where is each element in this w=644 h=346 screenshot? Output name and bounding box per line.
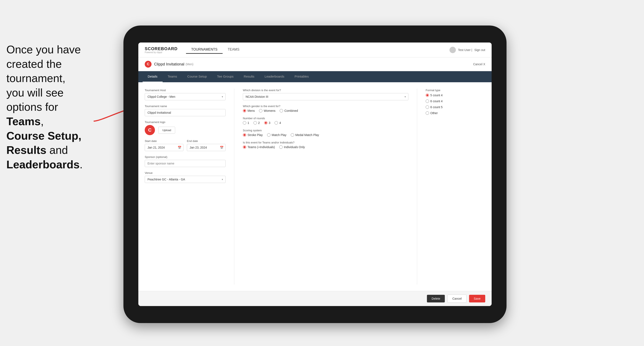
format-radio-group: 5 count 4 6 count 4 6 count 5 Other	[426, 94, 485, 115]
tournament-header: C Clippd Invitational (Men) Cancel X	[138, 57, 492, 71]
left-column: Tournament Host Clippd College - Men Tou…	[145, 89, 226, 285]
nav-link-tournaments[interactable]: TOURNAMENTS	[186, 46, 222, 54]
cancel-button[interactable]: Cancel	[447, 295, 466, 303]
delete-button[interactable]: Delete	[427, 295, 445, 302]
teams-group: Is this event for Teams and/or Individua…	[243, 141, 408, 149]
tournament-host-group: Tournament Host Clippd College - Men	[145, 89, 226, 100]
tournament-logo-group: Tournament logo C Upload	[145, 121, 226, 135]
teams-radio-group: Teams (+Individuals) Individuals Only	[243, 145, 408, 149]
tournament-host-select[interactable]: Clippd College - Men	[145, 93, 226, 100]
logo-title: SCOREBOARD	[145, 46, 178, 51]
col-divider	[234, 89, 234, 285]
tab-teams[interactable]: Teams	[162, 71, 182, 82]
tab-results[interactable]: Results	[238, 71, 260, 82]
scoring-stroke-play[interactable]: Stroke Play	[243, 133, 263, 137]
tab-course-setup[interactable]: Course Setup	[182, 71, 212, 82]
rounds-3[interactable]: 3	[264, 121, 270, 125]
tab-printables[interactable]: Printables	[290, 71, 314, 82]
gender-group: Which gender is the event for? Mens Wome…	[243, 105, 408, 112]
cancel-x-button[interactable]: Cancel X	[473, 62, 485, 66]
start-date-icon: 📅	[178, 146, 181, 149]
format-other[interactable]: Other	[426, 111, 485, 115]
gender-radio-group: Mens Womens Combined	[243, 109, 408, 112]
logo-upload-row: C Upload	[145, 125, 226, 135]
logo-subtitle: Powered by clippd	[145, 51, 178, 54]
user-avatar	[450, 47, 456, 53]
rounds-2[interactable]: 2	[254, 121, 260, 125]
tournament-name-label: Tournament name	[145, 105, 226, 108]
division-group: Which division is the event for? NCAA Di…	[243, 89, 408, 100]
scoring-medal-match-play[interactable]: Medal Match Play	[291, 133, 319, 137]
division-select[interactable]: NCAA Division III	[243, 93, 408, 100]
save-button[interactable]: Save	[469, 295, 485, 302]
format-6count4[interactable]: 6 count 4	[426, 99, 485, 103]
main-content: Tournament Host Clippd College - Men Tou…	[138, 82, 492, 291]
teams-label: Is this event for Teams and/or Individua…	[243, 141, 408, 144]
start-date-label: Start date	[145, 139, 184, 143]
sponsor-label: Sponsor (optional)	[145, 155, 226, 159]
tournament-name-input[interactable]	[145, 109, 226, 116]
user-label: Test User |	[458, 48, 472, 52]
format-5count4[interactable]: 5 count 4	[426, 94, 485, 97]
far-right-column: Format type 5 count 4 6 count 4 6 count …	[426, 89, 485, 285]
tab-bar: Details Teams Course Setup Tee Groups Re…	[138, 71, 492, 82]
format-6count5[interactable]: 6 count 5	[426, 105, 485, 109]
nav-right: Test User | Sign out	[450, 47, 485, 53]
tablet-screen: SCOREBOARD Powered by clippd TOURNAMENTS…	[138, 42, 492, 306]
middle-column: Which division is the event for? NCAA Di…	[243, 89, 408, 285]
instructional-text: Once you have created the tournament, yo…	[0, 42, 102, 172]
rounds-group: Number of rounds 1 2 3	[243, 117, 408, 125]
nav-links: TOURNAMENTS TEAMS	[186, 46, 244, 54]
date-group: Start date 📅 End date 📅	[145, 139, 226, 151]
col-divider-2	[417, 89, 417, 285]
individuals-only[interactable]: Individuals Only	[279, 145, 305, 149]
sponsor-input[interactable]	[145, 160, 226, 167]
top-nav: SCOREBOARD Powered by clippd TOURNAMENTS…	[138, 42, 492, 57]
tournament-icon: C	[145, 61, 152, 68]
scoring-match-play[interactable]: Match Play	[267, 133, 286, 137]
tab-details[interactable]: Details	[142, 71, 162, 82]
tournament-name-group: Tournament name	[145, 105, 226, 116]
format-type-label: Format type	[426, 89, 485, 92]
nav-link-teams[interactable]: TEAMS	[222, 46, 244, 54]
scoring-group: Scoring system Stroke Play Match Play	[243, 129, 408, 137]
venue-group: Venue Peachtree GC - Atlanta - GA	[145, 171, 226, 183]
upload-button[interactable]: Upload	[158, 127, 175, 134]
tab-tee-groups[interactable]: Tee Groups	[212, 71, 239, 82]
gender-label: Which gender is the event for?	[243, 105, 408, 108]
end-date-label: End date	[187, 139, 226, 143]
gender-womens[interactable]: Womens	[259, 109, 276, 112]
venue-label: Venue	[145, 171, 226, 174]
rounds-radio-group: 1 2 3 4	[243, 121, 408, 125]
action-bar: Delete Cancel Save	[138, 291, 492, 306]
logo-area: SCOREBOARD Powered by clippd	[145, 46, 178, 54]
teams-plus-individuals[interactable]: Teams (+Individuals)	[243, 145, 275, 149]
rounds-label: Number of rounds	[243, 117, 408, 120]
end-date-icon: 📅	[220, 146, 224, 149]
sponsor-group: Sponsor (optional)	[145, 155, 226, 167]
sign-out-link[interactable]: Sign out	[474, 48, 485, 52]
rounds-4[interactable]: 4	[274, 121, 281, 125]
logo-preview: C	[145, 125, 155, 135]
tab-leaderboards[interactable]: Leaderboards	[260, 71, 290, 82]
tournament-host-label: Tournament Host	[145, 89, 226, 92]
scoring-radio-group: Stroke Play Match Play Medal Match Play	[243, 133, 408, 137]
scoring-label: Scoring system	[243, 129, 408, 132]
tournament-logo-label: Tournament logo	[145, 121, 226, 124]
tablet-device: SCOREBOARD Powered by clippd TOURNAMENTS…	[124, 25, 506, 323]
gender-combined[interactable]: Combined	[280, 109, 298, 112]
rounds-1[interactable]: 1	[243, 121, 249, 125]
tournament-title: Clippd Invitational	[154, 62, 184, 66]
division-label: Which division is the event for?	[243, 89, 408, 92]
gender-mens[interactable]: Mens	[243, 109, 255, 112]
tournament-subtitle: (Men)	[186, 62, 194, 66]
venue-select[interactable]: Peachtree GC - Atlanta - GA	[145, 176, 226, 183]
